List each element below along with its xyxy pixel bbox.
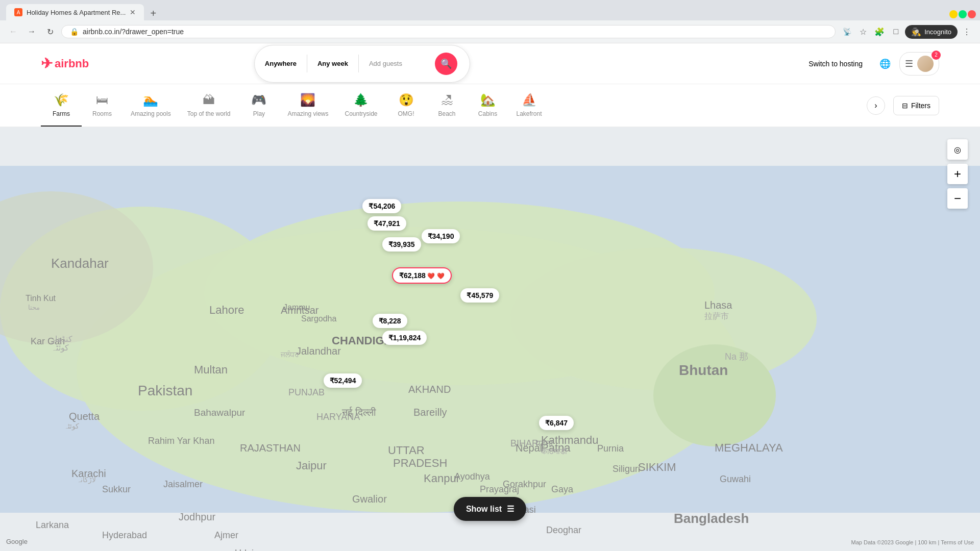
- zoom-out-button[interactable]: −: [947, 188, 968, 209]
- logo-text: airbnb: [55, 57, 89, 70]
- price-badge-p9[interactable]: ₹52,494: [324, 373, 362, 388]
- category-icon-cabins: 🏡: [480, 93, 496, 107]
- category-item-cabins[interactable]: 🏡 Cabins: [468, 84, 508, 127]
- price-badge-p8[interactable]: ₹1,19,824: [382, 331, 427, 345]
- forward-button[interactable]: →: [24, 24, 39, 39]
- svg-text:AKHAND: AKHAND: [408, 384, 451, 395]
- category-icon-lakefront: ⛵: [522, 93, 537, 107]
- categories-list: 🌾 Farms 🛏 Rooms 🏊 Amazing pools 🏔 Top of…: [41, 84, 867, 127]
- new-tab-button[interactable]: +: [146, 6, 160, 20]
- cast-button[interactable]: 📡: [840, 24, 854, 39]
- svg-text:Jaisalmer: Jaisalmer: [163, 479, 203, 489]
- list-icon: ☰: [507, 504, 514, 514]
- price-badge-p4[interactable]: ₹34,190: [422, 229, 460, 243]
- category-icon-countryside: 🌲: [353, 93, 369, 107]
- price-badge-p6[interactable]: ₹45,579: [460, 288, 499, 303]
- close-button[interactable]: [968, 10, 976, 18]
- minimize-button[interactable]: [949, 10, 958, 18]
- zoom-in-button[interactable]: +: [947, 164, 968, 184]
- svg-text:UTTAR: UTTAR: [388, 444, 425, 457]
- category-item-pools[interactable]: 🏊 Amazing pools: [122, 84, 179, 127]
- category-icon-play: 🎮: [251, 93, 266, 107]
- svg-text:Bangladesh: Bangladesh: [674, 511, 749, 526]
- svg-text:Jalandhar: Jalandhar: [296, 345, 341, 357]
- svg-text:محتا: محتا: [28, 304, 40, 311]
- incognito-indicator: 🕵 Incognito: [905, 25, 958, 39]
- price-badge-p1[interactable]: ₹54,206: [362, 199, 401, 213]
- app-header: ✈ airbnb Anywhere Any week Add guests 🔍 …: [0, 43, 980, 84]
- price-badge-p10[interactable]: ₹6,847: [539, 416, 574, 430]
- svg-text:Na 那: Na 那: [725, 352, 748, 362]
- address-bar[interactable]: 🔒 airbnb.co.in/?drawer_open=true: [61, 25, 836, 38]
- search-button[interactable]: 🔍: [435, 53, 457, 75]
- svg-text:كنڈھار: كنڈھار: [51, 335, 72, 344]
- category-item-beach[interactable]: 🏖 Beach: [427, 84, 468, 127]
- category-label-play: Play: [253, 110, 265, 117]
- category-item-top-world[interactable]: 🏔 Top of the world: [179, 84, 239, 127]
- avatar: [917, 56, 934, 72]
- tab-close-button[interactable]: ✕: [130, 8, 136, 16]
- svg-text:Hyderabad: Hyderabad: [102, 530, 147, 540]
- svg-text:MEGHALAYA: MEGHALAYA: [715, 441, 783, 454]
- category-item-lakefront[interactable]: ⛵ Lakefront: [508, 84, 550, 127]
- switch-hosting-button[interactable]: Switch to hosting: [800, 55, 871, 73]
- restore-button[interactable]: [959, 10, 967, 18]
- category-label-top-world: Top of the world: [187, 110, 231, 117]
- category-item-omg[interactable]: 😲 OMG!: [386, 84, 427, 127]
- map-background[interactable]: Pakistan RAJASTHAN PUNJAB HARYANA UTTAR …: [0, 127, 980, 551]
- profile-menu-button[interactable]: ☰ 2: [899, 52, 939, 76]
- svg-text:Lhasa: Lhasa: [704, 299, 732, 311]
- svg-text:Ayodhya: Ayodhya: [454, 471, 491, 482]
- language-button[interactable]: 🌐: [875, 54, 895, 74]
- search-bar: Anywhere Any week Add guests 🔍: [254, 45, 470, 83]
- price-badge-p5[interactable]: ₹62,188 ❤️: [392, 267, 452, 284]
- location-label: Anywhere: [265, 60, 297, 67]
- price-badge-p7[interactable]: ₹8,228: [373, 314, 407, 328]
- profile-switcher[interactable]: □: [889, 24, 903, 39]
- svg-text:Guwahi: Guwahi: [720, 474, 751, 484]
- category-item-rooms[interactable]: 🛏 Rooms: [82, 84, 122, 127]
- location-button[interactable]: ◎: [947, 139, 968, 160]
- location-search[interactable]: Anywhere: [255, 55, 307, 72]
- svg-text:Quetta: Quetta: [69, 411, 100, 422]
- category-item-farms[interactable]: 🌾 Farms: [41, 84, 82, 127]
- browser-tab[interactable]: A Holiday Homes & Apartment Re... ✕: [6, 4, 144, 20]
- search-icon: 🔍: [440, 58, 452, 69]
- svg-text:Purnia: Purnia: [597, 443, 624, 454]
- svg-text:SIKKIM: SIKKIM: [638, 461, 676, 473]
- price-badge-p3[interactable]: ₹39,935: [382, 237, 421, 252]
- category-item-amazing-views[interactable]: 🌄 Amazing views: [279, 84, 336, 127]
- more-button[interactable]: ⋮: [960, 24, 974, 39]
- hamburger-icon: ☰: [905, 58, 913, 69]
- category-nav: 🌾 Farms 🛏 Rooms 🏊 Amazing pools 🏔 Top of…: [0, 84, 980, 127]
- svg-text:Jodhpur: Jodhpur: [179, 511, 216, 522]
- logo[interactable]: ✈ airbnb: [41, 55, 89, 72]
- bookmark-button[interactable]: ☆: [856, 24, 870, 39]
- back-button[interactable]: ←: [6, 24, 20, 39]
- category-label-pools: Amazing pools: [131, 110, 171, 117]
- show-list-button[interactable]: Show list ☰: [454, 497, 526, 521]
- price-badge-p2[interactable]: ₹47,921: [368, 216, 406, 231]
- filters-button[interactable]: ⊟ Filters: [893, 96, 939, 115]
- svg-text:Gorakhpur: Gorakhpur: [503, 479, 546, 489]
- svg-text:Sukkur: Sukkur: [102, 484, 131, 494]
- category-nav-arrow[interactable]: ›: [867, 96, 885, 115]
- category-label-cabins: Cabins: [478, 110, 497, 117]
- category-icon-amazing-views: 🌄: [300, 93, 315, 107]
- svg-text:拉萨市: 拉萨市: [704, 312, 729, 320]
- extensions-button[interactable]: 🧩: [872, 24, 887, 39]
- show-list-label: Show list: [466, 505, 502, 514]
- category-item-play[interactable]: 🎮 Play: [238, 84, 279, 127]
- svg-text:Multan: Multan: [194, 363, 228, 376]
- guests-search[interactable]: Add guests 🔍: [359, 45, 470, 82]
- date-search[interactable]: Any week: [307, 55, 359, 72]
- category-item-countryside[interactable]: 🌲 Countryside: [336, 84, 385, 127]
- logo-icon: ✈: [41, 55, 53, 72]
- category-label-farms: Farms: [53, 110, 70, 117]
- refresh-button[interactable]: ↻: [43, 24, 57, 39]
- svg-text:Gwalior: Gwalior: [352, 493, 387, 505]
- svg-text:Jammu: Jammu: [283, 303, 310, 312]
- svg-text:काठमाडौ: काठमाडौ: [541, 446, 567, 456]
- svg-text:RAJASTHAN: RAJASTHAN: [240, 442, 301, 454]
- category-label-omg: OMG!: [398, 110, 414, 117]
